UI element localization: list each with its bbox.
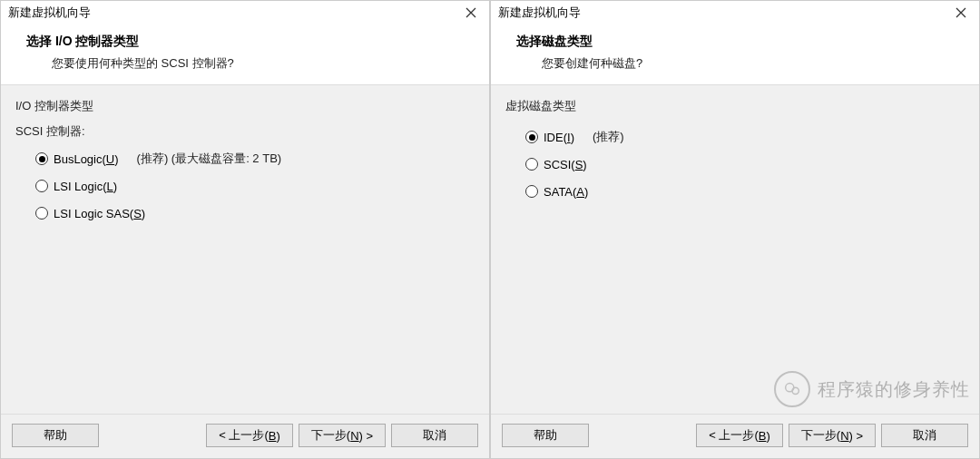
next-button[interactable]: 下一步(N) > <box>789 424 876 447</box>
option-label: BusLogic(U) <box>54 152 119 166</box>
radio-icon[interactable] <box>525 131 538 143</box>
header-title: 选择 I/O 控制器类型 <box>26 34 484 50</box>
close-icon <box>466 7 476 18</box>
wizard-dialog-disk-type: 新建虚拟机向导 选择磁盘类型 您要创建何种磁盘? 虚拟磁盘类型 IDE(I) (… <box>490 0 980 459</box>
option-ide[interactable]: IDE(I) (推荐) <box>525 123 965 151</box>
cancel-button[interactable]: 取消 <box>391 424 478 447</box>
wizard-body: I/O 控制器类型 SCSI 控制器: BusLogic(U) (推荐) (最大… <box>1 85 489 414</box>
radio-icon[interactable] <box>525 158 538 171</box>
help-button[interactable]: 帮助 <box>502 424 589 447</box>
header-subtitle: 您要创建何种磁盘? <box>516 55 974 72</box>
controller-options: BusLogic(U) (推荐) (最大磁盘容量: 2 TB) LSI Logi… <box>15 145 475 227</box>
back-button[interactable]: < 上一步(B) <box>206 424 293 447</box>
header-subtitle: 您要使用何种类型的 SCSI 控制器? <box>26 55 484 72</box>
close-icon <box>956 7 966 18</box>
option-scsi[interactable]: SCSI(S) <box>525 151 965 178</box>
radio-icon[interactable] <box>35 180 48 192</box>
radio-icon[interactable] <box>35 152 48 165</box>
option-label: SATA(A) <box>544 185 588 199</box>
titlebar: 新建虚拟机向导 <box>491 1 979 24</box>
option-label: IDE(I) <box>544 131 574 144</box>
radio-icon[interactable] <box>35 207 48 220</box>
group-label: 虚拟磁盘类型 <box>505 98 965 114</box>
option-extra: (推荐) <box>593 129 624 145</box>
window-title: 新建虚拟机向导 <box>8 5 91 21</box>
close-button[interactable] <box>948 4 974 22</box>
header-title: 选择磁盘类型 <box>516 34 974 50</box>
wizard-header: 选择磁盘类型 您要创建何种磁盘? <box>491 24 979 85</box>
option-lsi-logic[interactable]: LSI Logic(L) <box>35 172 475 200</box>
option-lsi-logic-sas[interactable]: LSI Logic SAS(S) <box>35 200 475 227</box>
disk-options: IDE(I) (推荐) SCSI(S) SATA(A) <box>505 123 965 205</box>
window-title: 新建虚拟机向导 <box>498 5 581 21</box>
next-button[interactable]: 下一步(N) > <box>299 424 386 447</box>
wizard-body: 虚拟磁盘类型 IDE(I) (推荐) SCSI(S) SATA(A) <box>491 85 979 414</box>
option-label: LSI Logic(L) <box>54 180 117 193</box>
option-buslogic[interactable]: BusLogic(U) (推荐) (最大磁盘容量: 2 TB) <box>35 145 475 172</box>
wizard-header: 选择 I/O 控制器类型 您要使用何种类型的 SCSI 控制器? <box>1 24 489 85</box>
back-button[interactable]: < 上一步(B) <box>696 424 783 447</box>
group-label: I/O 控制器类型 <box>15 98 475 114</box>
titlebar: 新建虚拟机向导 <box>1 1 489 24</box>
close-button[interactable] <box>458 4 484 22</box>
radio-icon[interactable] <box>525 185 538 198</box>
option-label: SCSI(S) <box>544 158 587 171</box>
help-button[interactable]: 帮助 <box>12 424 99 447</box>
scsi-controller-label: SCSI 控制器: <box>15 123 475 140</box>
wizard-footer: 帮助 < 上一步(B) 下一步(N) > 取消 <box>1 414 489 458</box>
option-sata[interactable]: SATA(A) <box>525 178 965 205</box>
cancel-button[interactable]: 取消 <box>881 424 968 447</box>
wizard-dialog-io-controller: 新建虚拟机向导 选择 I/O 控制器类型 您要使用何种类型的 SCSI 控制器?… <box>0 0 490 459</box>
option-extra: (推荐) (最大磁盘容量: 2 TB) <box>137 151 282 167</box>
option-label: LSI Logic SAS(S) <box>54 207 145 220</box>
wizard-footer: 帮助 < 上一步(B) 下一步(N) > 取消 <box>491 414 979 458</box>
